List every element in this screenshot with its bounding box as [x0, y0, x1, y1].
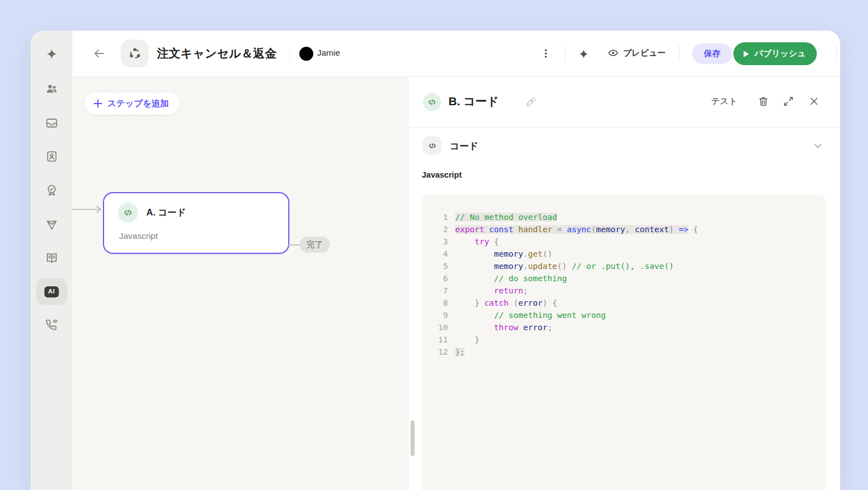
panel-header: B. コード テスト: [409, 77, 840, 128]
code-line[interactable]: 11 }: [422, 334, 826, 346]
save-button[interactable]: 保存: [692, 43, 732, 64]
language-label: Javascript: [422, 170, 462, 179]
user-name: Jamie: [317, 48, 340, 58]
avatar[interactable]: [299, 47, 313, 61]
badge-check-icon[interactable]: [45, 184, 58, 197]
contact-card-icon[interactable]: [45, 150, 58, 163]
publish-button[interactable]: パブリッシュ: [733, 42, 817, 65]
code-line[interactable]: 9 // something went wrong: [422, 309, 826, 321]
header-divider: [679, 45, 679, 62]
code-icon: [423, 136, 441, 155]
code-line[interactable]: 5 memory.update() // or .put(), .save(): [422, 260, 826, 272]
app-window: AI 注文キャンセル＆返金 Jamie プレ: [31, 31, 840, 490]
code-line[interactable]: 3 try {: [422, 236, 826, 248]
eye-icon: [608, 47, 619, 58]
code-icon: [423, 93, 441, 111]
workflow-logo-icon[interactable]: [121, 40, 149, 67]
back-arrow-icon[interactable]: [92, 47, 106, 60]
test-button[interactable]: テスト: [711, 96, 738, 107]
port-done-badge[interactable]: 完了: [299, 237, 330, 253]
code-line[interactable]: 12};: [422, 346, 826, 358]
sparkle-icon[interactable]: [45, 47, 58, 61]
add-step-button[interactable]: ステップを追加: [85, 92, 180, 115]
preview-button[interactable]: プレビュー: [608, 47, 665, 58]
code-editor-lines: 1// No method overload2export const hand…: [422, 211, 826, 358]
panel-title: B. コード: [448, 94, 499, 109]
sidebar-item-ai[interactable]: AI: [36, 278, 67, 305]
node-title: A. コード: [146, 207, 186, 219]
section-label: コード: [450, 140, 479, 153]
panel-scrollbar[interactable]: [411, 420, 415, 456]
plus-icon: [93, 99, 102, 108]
code-line[interactable]: 1// No method overload: [422, 211, 826, 223]
ai-badge-icon: AI: [44, 286, 59, 297]
publish-label: パブリッシュ: [754, 48, 806, 59]
book-open-icon[interactable]: [45, 251, 58, 264]
code-section-header[interactable]: コード: [423, 136, 826, 156]
close-icon[interactable]: [808, 96, 820, 107]
chevron-down-icon[interactable]: [812, 140, 823, 151]
phone-voice-icon[interactable]: [45, 318, 58, 332]
page-title: 注文キャンセル＆返金: [157, 46, 277, 61]
top-header: 注文キャンセル＆返金 Jamie プレビュー 保存 パブリッシュ: [72, 31, 840, 77]
preview-label: プレビュー: [623, 48, 665, 58]
add-step-label: ステップを追加: [107, 98, 169, 110]
header-divider: [565, 45, 565, 62]
sparkle-icon[interactable]: [578, 48, 590, 60]
header-divider: [289, 50, 290, 62]
expand-icon[interactable]: [783, 96, 794, 107]
code-line[interactable]: 7 return;: [422, 285, 826, 297]
send-icon[interactable]: [45, 218, 58, 232]
code-line[interactable]: 8 } catch (error) {: [422, 297, 826, 309]
save-label: 保存: [704, 48, 721, 59]
code-icon: [118, 203, 138, 223]
node-subtitle: Javascript: [119, 231, 158, 241]
trash-icon[interactable]: [758, 96, 769, 107]
port-label: 完了: [307, 239, 323, 250]
pencil-sparkle-icon[interactable]: [525, 96, 536, 107]
code-line[interactable]: 10 throw error;: [422, 321, 826, 334]
play-icon: [742, 50, 750, 58]
customers-icon[interactable]: [45, 82, 58, 96]
inbox-icon[interactable]: [45, 116, 58, 130]
code-line[interactable]: 2export const handler = async(memory, co…: [422, 223, 826, 236]
incoming-edge: [72, 204, 105, 215]
step-editor-panel: B. コード テスト コード Javascript: [409, 77, 840, 490]
header-divider: [836, 45, 837, 62]
workflow-canvas[interactable]: ステップを追加 A. コード Javascript 完了: [72, 77, 409, 490]
code-editor[interactable]: 1// No method overload2export const hand…: [422, 195, 826, 490]
step-node-a-code[interactable]: A. コード Javascript: [103, 192, 289, 254]
kebab-menu-icon[interactable]: [540, 48, 551, 59]
code-line[interactable]: 6 // do something: [422, 272, 826, 285]
left-sidebar: AI: [31, 31, 72, 490]
code-line[interactable]: 4 memory.get(): [422, 248, 826, 260]
